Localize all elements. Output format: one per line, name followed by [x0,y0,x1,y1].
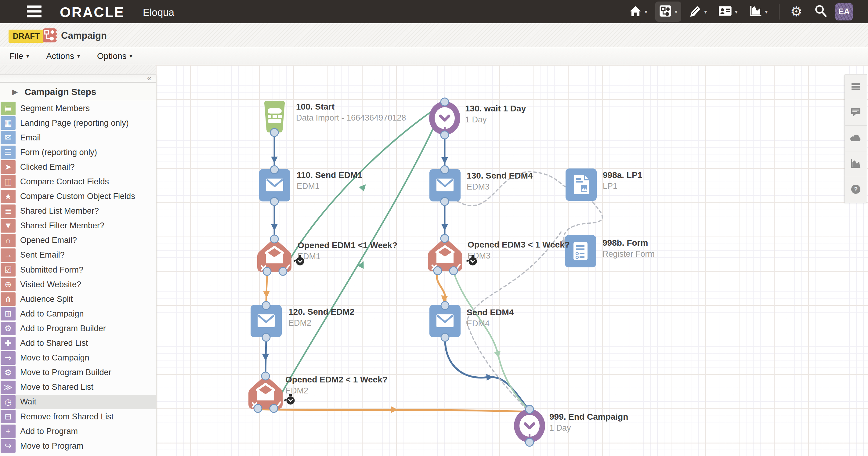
contact-card-icon [718,5,732,18]
campaign-icon [43,28,57,42]
sidebar-item-clicked-email[interactable]: ➤Clicked Email? [0,160,156,174]
move-to-shared-list-icon: ≫ [1,381,16,394]
sidebar-item-compare-custom-object-fields[interactable]: ★Compare Custom Object Fields [0,189,156,204]
campaign-steps-header[interactable]: ▶ Campaign Steps [0,83,156,101]
pencil-icon [689,5,701,18]
node-lp1-998a[interactable] [565,169,597,201]
node-label: 100. Start [296,102,335,112]
nav-home[interactable]: ▾ [625,2,651,21]
avatar[interactable]: EA [835,3,853,21]
sidebar-item-move-to-campaign[interactable]: ⇒Move to Campaign [0,351,156,365]
node-label: Opened EDM2 < 1 Week? [285,375,388,385]
node-sublabel: EDM2 [285,386,308,396]
chart-icon [850,158,861,170]
rail-list-button[interactable] [845,74,867,100]
sidebar-item-move-to-program-builder[interactable]: ⚙Move to Program Builder [0,365,156,380]
sidebar-item-add-to-shared-list[interactable]: ✚Add to Shared List [0,336,156,351]
landing-page-icon: ▦ [1,116,16,130]
sidebar-item-label: Landing Page (reporting only) [20,118,129,128]
sidebar-item-compare-contact-fields[interactable]: ◫Compare Contact Fields [0,174,156,189]
node-sublabel: LP1 [603,182,617,191]
settings-button[interactable]: ⚙ [787,2,806,21]
menu-actions[interactable]: Actions▾ [46,51,80,61]
sidebar-item-add-to-program-builder[interactable]: ⚙Add to Program Builder [0,321,156,336]
sidebar-item-label: Submitted Form? [20,265,83,275]
node-send-edm1-110[interactable] [259,169,290,202]
sidebar-item-landing-page-reporting-only[interactable]: ▦Landing Page (reporting only) [0,116,156,130]
rail-chart-button[interactable] [845,151,867,177]
node-send-edm2-120[interactable] [251,305,282,337]
node-sublabel: Register Form [602,249,655,259]
node-send-edm4[interactable] [429,305,461,337]
sidebar-item-label: Shared Filter Member? [20,221,104,231]
shared-filter-member-icon: ▼ [1,219,16,233]
sidebar-item-submitted-form[interactable]: ☑Submitted Form? [0,263,156,277]
sidebar-item-email[interactable]: ✉Email [0,130,156,145]
sidebar-item-label: Add to Program [20,427,78,436]
eloqua-campaign-window: ORACLE Eloqua ▾ ▾ ▾ ▾ [0,0,868,456]
chevron-down-icon: ▾ [77,53,80,59]
node-label: 130. wait 1 Day [465,104,526,114]
node-opened-edm3[interactable] [428,238,462,271]
menu-options[interactable]: Options▾ [97,51,132,61]
sidebar-item-add-to-program[interactable]: +Add to Program [0,424,156,438]
node-sublabel: EDM2 [288,318,311,328]
node-send-edm4-130[interactable] [429,169,461,202]
node-label: 110. Send EDM1 [297,170,362,180]
node-start-100[interactable] [260,101,289,132]
sidebar-item-opened-email[interactable]: ⌂Opened Email? [0,233,156,248]
sidebar-item-wait[interactable]: ◷Wait [0,395,156,409]
chevron-down-icon: ▾ [130,53,132,59]
sidebar-item-form-reporting-only[interactable]: ☰Form (reporting only) [0,145,156,160]
chevron-down-icon: ▾ [645,9,648,14]
node-wait-130[interactable] [429,101,460,135]
hamburger-menu-icon[interactable] [27,5,41,18]
expand-triangle-icon: ▶ [12,88,18,96]
global-nav-icons: ▾ ▾ ▾ ▾ ▾ [625,0,853,23]
menu-file[interactable]: File▾ [9,51,29,61]
rail-comment-button[interactable] [845,100,867,126]
chevron-down-icon: ▾ [704,9,707,14]
sidebar-item-label: Move to Campaign [20,353,89,363]
campaign-steps-list: ▤Segment Members▦Landing Page (reporting… [0,101,156,453]
nav-assets[interactable]: ▾ [685,2,711,21]
sidebar-item-label: Compare Custom Object Fields [20,192,135,201]
menu-bar: File▾Actions▾Options▾ [0,47,868,65]
oracle-logo: ORACLE [60,4,125,21]
rail-cloud-button[interactable] [845,126,867,151]
node-end-999[interactable] [514,409,545,443]
sidebar-item-move-to-program[interactable]: ↪Move to Program [0,438,156,453]
sidebar-item-audience-split[interactable]: ⋔Audience Split [0,292,156,306]
chevron-down-icon: ▾ [765,9,768,14]
menu-label: Actions [46,51,74,61]
sidebar-item-remove-from-shared-list[interactable]: ⊟Remove from Shared List [0,409,156,424]
node-sublabel: EDM4 [467,319,490,328]
add-to-shared-list-icon: ✚ [1,337,16,350]
menu-label: File [9,51,23,61]
node-sublabel: EDM3 [467,182,490,192]
nav-analytics[interactable]: ▾ [746,2,772,21]
comment-icon [850,107,861,119]
sidebar-item-add-to-campaign[interactable]: ⊞Add to Campaign [0,306,156,321]
nav-audience[interactable]: ▾ [715,2,741,21]
campaign-steps-panel: « ▶ Campaign Steps ▤Segment Members▦Land… [0,74,156,456]
sidebar-item-label: Clicked Email? [20,162,75,172]
node-label: 999. End Campaign [549,412,628,422]
sidebar-item-shared-filter-member[interactable]: ▼Shared Filter Member? [0,218,156,233]
rail-help-button[interactable]: ? [845,177,867,203]
sidebar-item-label: Add to Program Builder [20,324,106,333]
sidebar-item-sent-email[interactable]: →Sent Email? [0,248,156,263]
page-title: Campaign [61,30,107,41]
cloud-icon [850,134,862,144]
collapse-panel-button[interactable]: « [0,74,156,83]
sidebar-item-shared-list-member[interactable]: ≣Shared List Member? [0,204,156,218]
sidebar-item-move-to-shared-list[interactable]: ≫Move to Shared List [0,380,156,395]
node-opened-edm1[interactable] [257,239,291,272]
sidebar-item-segment-members[interactable]: ▤Segment Members [0,101,156,116]
nav-divider [779,4,779,20]
nav-orchestration[interactable]: ▾ [655,2,681,22]
sidebar-item-visited-website[interactable]: ⊕Visited Website? [0,277,156,292]
node-opened-edm2[interactable] [248,376,283,409]
search-button[interactable] [810,1,831,22]
sidebar-item-label: Wait [20,397,36,406]
